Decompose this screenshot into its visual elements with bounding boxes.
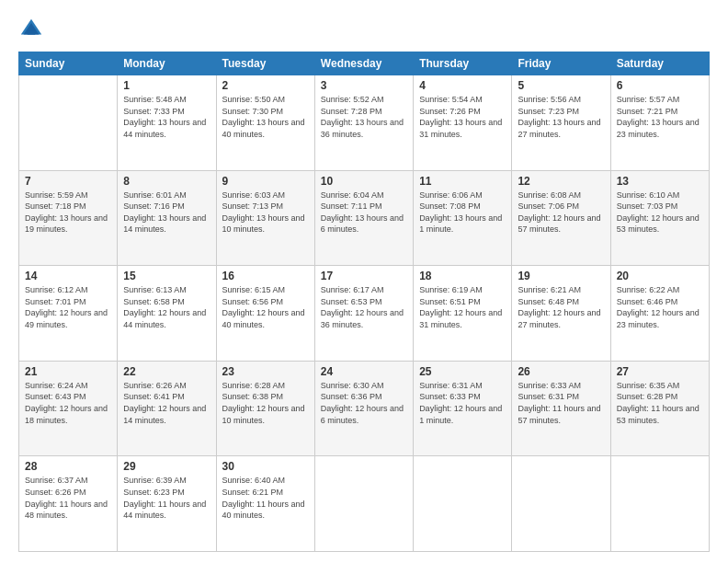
cell-info: Sunrise: 6:06 AMSunset: 7:08 PMDaylight:… — [419, 190, 506, 236]
calendar-cell: 27Sunrise: 6:35 AMSunset: 6:28 PMDayligh… — [610, 361, 709, 456]
cell-info: Sunrise: 6:17 AMSunset: 6:53 PMDaylight:… — [321, 284, 407, 330]
day-number: 23 — [222, 365, 309, 378]
calendar-cell: 10Sunrise: 6:04 AMSunset: 7:11 PMDayligh… — [314, 170, 413, 266]
day-number: 6 — [617, 79, 703, 92]
cell-info: Sunrise: 6:12 AMSunset: 7:01 PMDaylight:… — [25, 284, 111, 330]
calendar-cell: 12Sunrise: 6:08 AMSunset: 7:06 PMDayligh… — [512, 170, 610, 266]
day-number: 22 — [123, 365, 210, 378]
calendar-cell — [314, 456, 413, 552]
calendar-cell: 20Sunrise: 6:22 AMSunset: 6:46 PMDayligh… — [610, 266, 709, 362]
cell-info: Sunrise: 6:10 AMSunset: 7:03 PMDaylight:… — [617, 190, 703, 236]
page: SundayMondayTuesdayWednesdayThursdayFrid… — [0, 0, 728, 563]
day-number: 19 — [518, 270, 604, 282]
calendar-cell: 23Sunrise: 6:28 AMSunset: 6:38 PMDayligh… — [216, 361, 314, 456]
calendar-cell: 29Sunrise: 6:39 AMSunset: 6:23 PMDayligh… — [118, 456, 216, 552]
calendar-cell: 11Sunrise: 6:06 AMSunset: 7:08 PMDayligh… — [414, 170, 512, 266]
day-number: 28 — [25, 460, 111, 473]
cell-info: Sunrise: 6:04 AMSunset: 7:11 PMDaylight:… — [321, 190, 407, 236]
cell-info: Sunrise: 5:57 AMSunset: 7:21 PMDaylight:… — [617, 94, 703, 140]
day-number: 7 — [25, 175, 111, 188]
calendar-table: SundayMondayTuesdayWednesdayThursdayFrid… — [18, 52, 710, 552]
day-number: 24 — [321, 365, 407, 378]
calendar-cell — [512, 456, 610, 552]
cell-info: Sunrise: 6:08 AMSunset: 7:06 PMDaylight:… — [518, 190, 604, 236]
col-header-saturday: Saturday — [610, 52, 709, 75]
calendar-cell — [610, 456, 709, 552]
logo-icon — [18, 17, 44, 42]
day-number: 8 — [123, 175, 210, 188]
col-header-monday: Monday — [118, 52, 216, 75]
day-number: 16 — [222, 270, 309, 282]
day-number: 20 — [617, 270, 703, 282]
col-header-thursday: Thursday — [414, 52, 512, 75]
calendar-cell: 24Sunrise: 6:30 AMSunset: 6:36 PMDayligh… — [314, 361, 413, 456]
day-number: 21 — [25, 365, 111, 378]
calendar-cell: 5Sunrise: 5:56 AMSunset: 7:23 PMDaylight… — [512, 75, 610, 171]
calendar-cell: 26Sunrise: 6:33 AMSunset: 6:31 PMDayligh… — [512, 361, 610, 456]
day-number: 29 — [123, 460, 210, 473]
day-number: 4 — [419, 79, 506, 92]
week-row-5: 28Sunrise: 6:37 AMSunset: 6:26 PMDayligh… — [19, 456, 710, 552]
calendar-cell: 30Sunrise: 6:40 AMSunset: 6:21 PMDayligh… — [216, 456, 314, 552]
cell-info: Sunrise: 6:21 AMSunset: 6:48 PMDaylight:… — [518, 284, 604, 330]
calendar-cell: 4Sunrise: 5:54 AMSunset: 7:26 PMDaylight… — [414, 75, 512, 171]
day-number: 30 — [222, 460, 309, 473]
calendar-cell: 21Sunrise: 6:24 AMSunset: 6:43 PMDayligh… — [19, 361, 118, 456]
week-row-1: 1Sunrise: 5:48 AMSunset: 7:33 PMDaylight… — [19, 75, 710, 171]
calendar-cell: 17Sunrise: 6:17 AMSunset: 6:53 PMDayligh… — [314, 266, 413, 362]
calendar-cell: 7Sunrise: 5:59 AMSunset: 7:18 PMDaylight… — [19, 170, 118, 266]
calendar-cell: 2Sunrise: 5:50 AMSunset: 7:30 PMDaylight… — [216, 75, 314, 171]
calendar-cell: 15Sunrise: 6:13 AMSunset: 6:58 PMDayligh… — [118, 266, 216, 362]
col-header-sunday: Sunday — [19, 52, 118, 75]
cell-info: Sunrise: 6:33 AMSunset: 6:31 PMDaylight:… — [518, 380, 604, 426]
cell-info: Sunrise: 5:52 AMSunset: 7:28 PMDaylight:… — [321, 94, 407, 140]
col-header-tuesday: Tuesday — [216, 52, 314, 75]
cell-info: Sunrise: 5:50 AMSunset: 7:30 PMDaylight:… — [222, 94, 309, 140]
svg-rect-2 — [28, 30, 35, 34]
day-number: 5 — [518, 79, 604, 92]
day-number: 1 — [123, 79, 210, 92]
day-number: 10 — [321, 175, 407, 188]
logo — [18, 17, 48, 42]
cell-info: Sunrise: 6:01 AMSunset: 7:16 PMDaylight:… — [123, 190, 210, 236]
cell-info: Sunrise: 6:22 AMSunset: 6:46 PMDaylight:… — [617, 284, 703, 330]
day-number: 13 — [617, 175, 703, 188]
header-row: SundayMondayTuesdayWednesdayThursdayFrid… — [19, 52, 710, 75]
day-number: 17 — [321, 270, 407, 282]
calendar-cell — [414, 456, 512, 552]
cell-info: Sunrise: 6:28 AMSunset: 6:38 PMDaylight:… — [222, 380, 309, 426]
calendar-cell: 19Sunrise: 6:21 AMSunset: 6:48 PMDayligh… — [512, 266, 610, 362]
cell-info: Sunrise: 6:31 AMSunset: 6:33 PMDaylight:… — [419, 380, 506, 426]
calendar-cell: 18Sunrise: 6:19 AMSunset: 6:51 PMDayligh… — [414, 266, 512, 362]
week-row-3: 14Sunrise: 6:12 AMSunset: 7:01 PMDayligh… — [19, 266, 710, 362]
calendar-cell: 8Sunrise: 6:01 AMSunset: 7:16 PMDaylight… — [118, 170, 216, 266]
calendar-cell: 3Sunrise: 5:52 AMSunset: 7:28 PMDaylight… — [314, 75, 413, 171]
calendar-cell: 13Sunrise: 6:10 AMSunset: 7:03 PMDayligh… — [610, 170, 709, 266]
cell-info: Sunrise: 6:37 AMSunset: 6:26 PMDaylight:… — [25, 475, 111, 521]
cell-info: Sunrise: 6:19 AMSunset: 6:51 PMDaylight:… — [419, 284, 506, 330]
calendar-cell: 16Sunrise: 6:15 AMSunset: 6:56 PMDayligh… — [216, 266, 314, 362]
week-row-2: 7Sunrise: 5:59 AMSunset: 7:18 PMDaylight… — [19, 170, 710, 266]
header — [18, 17, 710, 42]
day-number: 2 — [222, 79, 309, 92]
day-number: 26 — [518, 365, 604, 378]
cell-info: Sunrise: 6:39 AMSunset: 6:23 PMDaylight:… — [123, 475, 210, 521]
cell-info: Sunrise: 5:48 AMSunset: 7:33 PMDaylight:… — [123, 94, 210, 140]
day-number: 3 — [321, 79, 407, 92]
calendar-cell: 22Sunrise: 6:26 AMSunset: 6:41 PMDayligh… — [118, 361, 216, 456]
cell-info: Sunrise: 6:15 AMSunset: 6:56 PMDaylight:… — [222, 284, 309, 330]
calendar-cell: 14Sunrise: 6:12 AMSunset: 7:01 PMDayligh… — [19, 266, 118, 362]
cell-info: Sunrise: 5:59 AMSunset: 7:18 PMDaylight:… — [25, 190, 111, 236]
day-number: 18 — [419, 270, 506, 282]
calendar-cell: 25Sunrise: 6:31 AMSunset: 6:33 PMDayligh… — [414, 361, 512, 456]
day-number: 14 — [25, 270, 111, 282]
calendar-cell: 28Sunrise: 6:37 AMSunset: 6:26 PMDayligh… — [19, 456, 118, 552]
cell-info: Sunrise: 6:30 AMSunset: 6:36 PMDaylight:… — [321, 380, 407, 426]
day-number: 15 — [123, 270, 210, 282]
cell-info: Sunrise: 6:40 AMSunset: 6:21 PMDaylight:… — [222, 475, 309, 521]
day-number: 9 — [222, 175, 309, 188]
cell-info: Sunrise: 5:54 AMSunset: 7:26 PMDaylight:… — [419, 94, 506, 140]
day-number: 25 — [419, 365, 506, 378]
day-number: 11 — [419, 175, 506, 188]
cell-info: Sunrise: 6:24 AMSunset: 6:43 PMDaylight:… — [25, 380, 111, 426]
